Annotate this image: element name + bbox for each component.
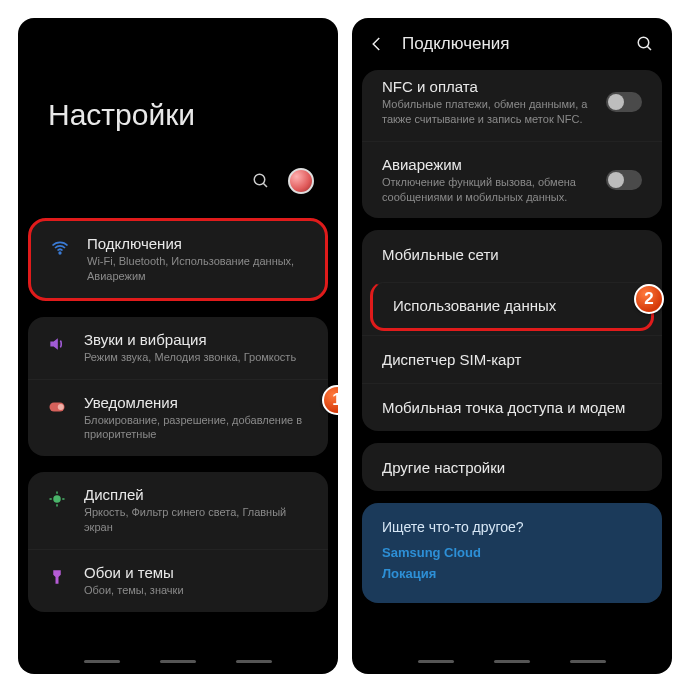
row-mobile-networks[interactable]: Мобильные сети — [362, 230, 662, 278]
card-display-themes: Дисплей Яркость, Фильтр синего света, Гл… — [28, 472, 328, 612]
item-sub: Яркость, Фильтр синего света, Главный эк… — [84, 505, 310, 535]
step-badge-2: 2 — [634, 284, 664, 314]
toggle-nfc[interactable] — [606, 92, 642, 112]
item-title: Уведомления — [84, 394, 310, 411]
row-hotspot[interactable]: Мобильная точка доступа и модем — [362, 383, 662, 431]
item-title: Звуки и вибрация — [84, 331, 310, 348]
item-title: Подключения — [87, 235, 307, 252]
row-nfc[interactable]: NFC и оплата Мобильные платежи, обмен да… — [362, 70, 662, 141]
android-navbar — [352, 660, 672, 674]
svg-line-1 — [263, 183, 267, 187]
display-icon — [46, 488, 68, 510]
wifi-icon — [49, 237, 71, 259]
android-navbar — [18, 660, 338, 674]
row-title: Диспетчер SIM-карт — [382, 351, 642, 368]
card-nfc-airplane: NFC и оплата Мобильные платежи, обмен да… — [362, 70, 662, 218]
svg-point-0 — [254, 174, 265, 185]
search-icon[interactable] — [636, 35, 654, 53]
item-themes[interactable]: Обои и темы Обои, темы, значки — [28, 549, 328, 612]
card-network-group: Мобильные сети Использование данных Дисп… — [362, 230, 662, 431]
item-sub: Обои, темы, значки — [84, 583, 310, 598]
item-sub: Блокирование, разрешение, добавление в п… — [84, 413, 310, 443]
card-other: Другие настройки — [362, 443, 662, 491]
avatar[interactable] — [288, 168, 314, 194]
row-title: Мобильная точка доступа и модем — [382, 399, 642, 416]
search-icon[interactable] — [252, 172, 270, 190]
appbar-title: Подключения — [402, 34, 620, 54]
row-airplane[interactable]: Авиарежим Отключение функций вызова, обм… — [362, 141, 662, 219]
appbar: Подключения — [352, 18, 672, 68]
back-icon[interactable] — [368, 35, 386, 53]
info-link-location[interactable]: Локация — [382, 566, 642, 581]
toggle-airplane[interactable] — [606, 170, 642, 190]
theme-icon — [46, 566, 68, 588]
svg-point-10 — [638, 37, 649, 48]
row-title: Использование данных — [393, 297, 631, 314]
sound-icon — [46, 333, 68, 355]
item-connections[interactable]: Подключения Wi-Fi, Bluetooth, Использова… — [31, 221, 325, 298]
row-title: NFC и оплата — [382, 78, 606, 95]
page-title: Настройки — [18, 18, 338, 162]
phone-settings: Настройки Подключения Wi-Fi, Bluetooth, … — [18, 18, 338, 674]
info-link-samsung-cloud[interactable]: Samsung Cloud — [382, 545, 642, 560]
row-title: Другие настройки — [382, 459, 642, 476]
row-sub: Мобильные платежи, обмен данными, а такж… — [382, 97, 606, 127]
item-sub: Режим звука, Мелодия звонка, Громкость — [84, 350, 310, 365]
item-sub: Wi-Fi, Bluetooth, Использование данных, … — [87, 254, 307, 284]
item-display[interactable]: Дисплей Яркость, Фильтр синего света, Гл… — [28, 472, 328, 549]
svg-point-5 — [53, 495, 61, 503]
card-connections: Подключения Wi-Fi, Bluetooth, Использова… — [28, 218, 328, 301]
svg-point-2 — [59, 252, 61, 254]
notif-icon — [46, 396, 68, 418]
svg-line-11 — [647, 46, 651, 50]
row-data-usage[interactable]: Использование данных — [370, 282, 654, 331]
item-title: Обои и темы — [84, 564, 310, 581]
item-sounds[interactable]: Звуки и вибрация Режим звука, Мелодия зв… — [28, 317, 328, 379]
row-sim-manager[interactable]: Диспетчер SIM-карт — [362, 335, 662, 383]
row-title: Мобильные сети — [382, 246, 642, 263]
row-title: Авиарежим — [382, 156, 606, 173]
card-sound-notif: Звуки и вибрация Режим звука, Мелодия зв… — [28, 317, 328, 457]
info-card: Ищете что-то другое? Samsung Cloud Локац… — [362, 503, 662, 603]
info-title: Ищете что-то другое? — [382, 519, 642, 535]
row-sub: Отключение функций вызова, обмена сообще… — [382, 175, 606, 205]
phone-connections: Подключения NFC и оплата Мобильные плате… — [352, 18, 672, 674]
row-other-settings[interactable]: Другие настройки — [362, 443, 662, 491]
item-notifications[interactable]: Уведомления Блокирование, разрешение, до… — [28, 379, 328, 457]
svg-point-4 — [58, 404, 64, 410]
item-title: Дисплей — [84, 486, 310, 503]
hero-actions — [18, 162, 338, 210]
